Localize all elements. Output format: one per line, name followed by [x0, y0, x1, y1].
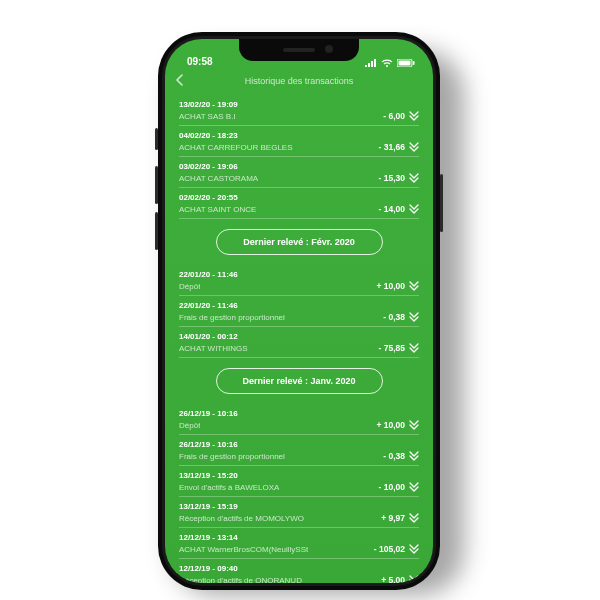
status-indicators — [365, 59, 415, 67]
transaction-amount: - 14,00 — [379, 204, 405, 214]
chevron-down-icon — [409, 142, 419, 152]
transaction-row[interactable]: 13/02/20 - 19:09ACHAT SAS B.I- 6,00 — [179, 95, 419, 126]
svg-rect-6 — [399, 61, 411, 66]
statement-pill[interactable]: Dernier relevé : Févr. 2020 — [216, 229, 383, 255]
transaction-amount: - 0,38 — [383, 312, 405, 322]
svg-point-4 — [386, 65, 388, 67]
transaction-amount-group: - 0,38 — [383, 451, 419, 461]
transaction-amount: - 75,85 — [379, 343, 405, 353]
transaction-description: Envoi d'actifs à BAWELOXA — [179, 483, 279, 492]
transaction-row[interactable]: 12/12/19 - 09:40Réception d'actifs de ON… — [179, 559, 419, 583]
signal-icon — [365, 59, 377, 67]
chevron-down-icon — [409, 544, 419, 554]
transaction-row[interactable]: 03/02/20 - 19:06ACHAT CASTORAMA- 15,30 — [179, 157, 419, 188]
transaction-timestamp: 02/02/20 - 20:55 — [179, 193, 419, 202]
phone-volume-down — [155, 212, 158, 250]
transaction-description: ACHAT CARREFOUR BEGLES — [179, 143, 293, 152]
chevron-down-icon — [409, 575, 419, 583]
transaction-amount: - 0,38 — [383, 451, 405, 461]
transaction-timestamp: 13/02/20 - 19:09 — [179, 100, 419, 109]
transaction-timestamp: 14/01/20 - 00:12 — [179, 332, 419, 341]
transaction-description: Dépôt — [179, 421, 200, 430]
transaction-timestamp: 13/12/19 - 15:19 — [179, 502, 419, 511]
transaction-amount-group: + 9,97 — [381, 513, 419, 523]
svg-rect-0 — [365, 65, 367, 67]
phone-notch — [239, 39, 359, 61]
chevron-down-icon — [409, 111, 419, 121]
transaction-amount: + 10,00 — [376, 420, 405, 430]
battery-icon — [397, 59, 415, 67]
transaction-timestamp: 12/12/19 - 09:40 — [179, 564, 419, 573]
transaction-description: ACHAT SAS B.I — [179, 112, 236, 121]
chevron-down-icon — [409, 281, 419, 291]
transaction-row[interactable]: 26/12/19 - 10:16Dépôt+ 10,00 — [179, 404, 419, 435]
transaction-row[interactable]: 22/01/20 - 11:46Dépôt+ 10,00 — [179, 265, 419, 296]
transaction-amount: - 105,02 — [374, 544, 405, 554]
transaction-amount-group: - 14,00 — [379, 204, 419, 214]
transaction-description: Réception d'actifs de ONORANUD — [179, 576, 302, 584]
transaction-description: ACHAT WITHINGS — [179, 344, 248, 353]
transaction-timestamp: 26/12/19 - 10:16 — [179, 440, 419, 449]
svg-rect-7 — [413, 61, 415, 65]
page-title: Historique des transactions — [165, 76, 433, 86]
transaction-amount-group: - 105,02 — [374, 544, 419, 554]
transaction-amount: + 10,00 — [376, 281, 405, 291]
phone-volume-up — [155, 166, 158, 204]
transaction-amount-group: - 15,30 — [379, 173, 419, 183]
transaction-description: Réception d'actifs de MOMOLYWO — [179, 514, 304, 523]
transaction-row[interactable]: 13/12/19 - 15:19Réception d'actifs de MO… — [179, 497, 419, 528]
phone-bezel: 09:58 — [162, 36, 436, 586]
transaction-timestamp: 13/12/19 - 15:20 — [179, 471, 419, 480]
transaction-amount-group: - 6,00 — [383, 111, 419, 121]
chevron-down-icon — [409, 451, 419, 461]
transaction-amount-group: + 5,00 — [381, 575, 419, 583]
chevron-down-icon — [409, 173, 419, 183]
transaction-amount: + 9,97 — [381, 513, 405, 523]
chevron-down-icon — [409, 312, 419, 322]
transaction-timestamp: 03/02/20 - 19:06 — [179, 162, 419, 171]
transaction-amount: - 31,66 — [379, 142, 405, 152]
transaction-row[interactable]: 04/02/20 - 18:23ACHAT CARREFOUR BEGLES- … — [179, 126, 419, 157]
transaction-timestamp: 12/12/19 - 13:14 — [179, 533, 419, 542]
transaction-timestamp: 22/01/20 - 11:46 — [179, 270, 419, 279]
transaction-description: Frais de gestion proportionnel — [179, 452, 285, 461]
chevron-down-icon — [409, 513, 419, 523]
transaction-amount: - 6,00 — [383, 111, 405, 121]
transaction-amount-group: - 31,66 — [379, 142, 419, 152]
transaction-row[interactable]: 26/12/19 - 10:16Frais de gestion proport… — [179, 435, 419, 466]
transaction-description: Frais de gestion proportionnel — [179, 313, 285, 322]
phone-power-button — [440, 174, 443, 232]
transaction-amount: + 5,00 — [381, 575, 405, 583]
transactions-list[interactable]: 13/02/20 - 19:09ACHAT SAS B.I- 6,0004/02… — [165, 95, 433, 583]
chevron-down-icon — [409, 482, 419, 492]
transaction-amount: - 10,00 — [379, 482, 405, 492]
transaction-timestamp: 04/02/20 - 18:23 — [179, 131, 419, 140]
app-screen: 09:58 — [165, 39, 433, 583]
svg-rect-3 — [374, 59, 376, 67]
transaction-description: ACHAT CASTORAMA — [179, 174, 258, 183]
transaction-row[interactable]: 22/01/20 - 11:46Frais de gestion proport… — [179, 296, 419, 327]
transaction-row[interactable]: 02/02/20 - 20:55ACHAT SAINT ONCE- 14,00 — [179, 188, 419, 219]
wifi-icon — [381, 59, 393, 67]
chevron-down-icon — [409, 204, 419, 214]
statement-pill[interactable]: Dernier relevé : Janv. 2020 — [216, 368, 383, 394]
transaction-amount-group: - 0,38 — [383, 312, 419, 322]
transaction-timestamp: 22/01/20 - 11:46 — [179, 301, 419, 310]
transaction-amount-group: - 75,85 — [379, 343, 419, 353]
phone-frame: 09:58 — [158, 32, 440, 590]
transaction-amount: - 15,30 — [379, 173, 405, 183]
svg-rect-2 — [371, 61, 373, 67]
chevron-down-icon — [409, 420, 419, 430]
transaction-amount-group: - 10,00 — [379, 482, 419, 492]
transaction-amount-group: + 10,00 — [376, 420, 419, 430]
transaction-row[interactable]: 12/12/19 - 13:14ACHAT WarnerBrosCOM(Neui… — [179, 528, 419, 559]
chevron-down-icon — [409, 343, 419, 353]
status-time: 09:58 — [187, 56, 213, 67]
phone-mute-switch — [155, 128, 158, 150]
svg-rect-1 — [368, 63, 370, 67]
transaction-description: ACHAT WarnerBrosCOM(NeuillySSt — [179, 545, 308, 554]
transaction-amount-group: + 10,00 — [376, 281, 419, 291]
transaction-row[interactable]: 13/12/19 - 15:20Envoi d'actifs à BAWELOX… — [179, 466, 419, 497]
transaction-row[interactable]: 14/01/20 - 00:12ACHAT WITHINGS- 75,85 — [179, 327, 419, 358]
transaction-description: ACHAT SAINT ONCE — [179, 205, 256, 214]
